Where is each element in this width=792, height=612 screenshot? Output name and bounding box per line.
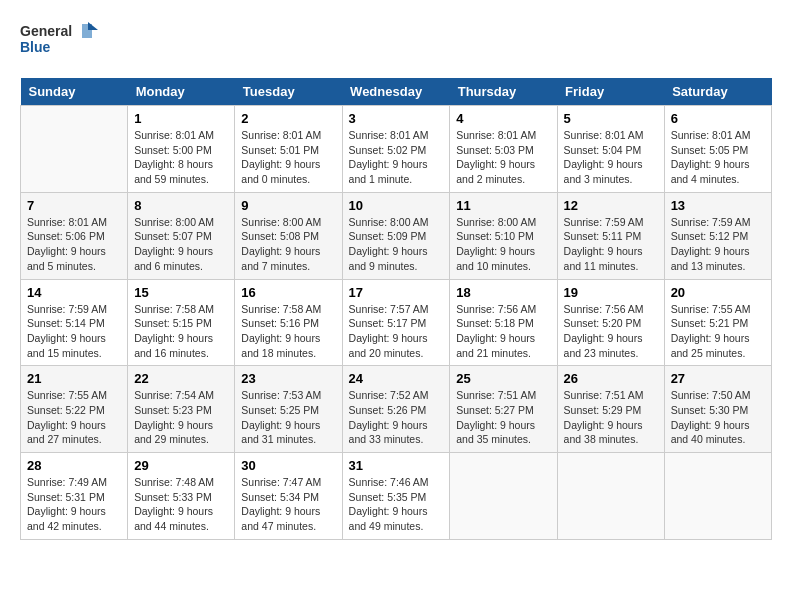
calendar-cell: 7Sunrise: 8:01 AMSunset: 5:06 PMDaylight…	[21, 192, 128, 279]
day-number: 8	[134, 198, 228, 213]
day-info: Sunrise: 7:55 AMSunset: 5:22 PMDaylight:…	[27, 388, 121, 447]
day-info: Sunrise: 8:01 AMSunset: 5:01 PMDaylight:…	[241, 128, 335, 187]
calendar-cell: 24Sunrise: 7:52 AMSunset: 5:26 PMDayligh…	[342, 366, 450, 453]
day-number: 7	[27, 198, 121, 213]
day-info: Sunrise: 7:51 AMSunset: 5:27 PMDaylight:…	[456, 388, 550, 447]
day-number: 27	[671, 371, 765, 386]
day-info: Sunrise: 7:51 AMSunset: 5:29 PMDaylight:…	[564, 388, 658, 447]
calendar-cell: 31Sunrise: 7:46 AMSunset: 5:35 PMDayligh…	[342, 453, 450, 540]
calendar-cell: 27Sunrise: 7:50 AMSunset: 5:30 PMDayligh…	[664, 366, 771, 453]
week-row-4: 28Sunrise: 7:49 AMSunset: 5:31 PMDayligh…	[21, 453, 772, 540]
calendar-cell: 28Sunrise: 7:49 AMSunset: 5:31 PMDayligh…	[21, 453, 128, 540]
header-day-friday: Friday	[557, 78, 664, 106]
calendar-cell: 6Sunrise: 8:01 AMSunset: 5:05 PMDaylight…	[664, 106, 771, 193]
day-info: Sunrise: 7:56 AMSunset: 5:20 PMDaylight:…	[564, 302, 658, 361]
day-number: 15	[134, 285, 228, 300]
day-info: Sunrise: 7:59 AMSunset: 5:11 PMDaylight:…	[564, 215, 658, 274]
calendar-cell: 4Sunrise: 8:01 AMSunset: 5:03 PMDaylight…	[450, 106, 557, 193]
day-info: Sunrise: 8:00 AMSunset: 5:08 PMDaylight:…	[241, 215, 335, 274]
calendar-cell	[450, 453, 557, 540]
calendar-cell: 10Sunrise: 8:00 AMSunset: 5:09 PMDayligh…	[342, 192, 450, 279]
day-info: Sunrise: 8:01 AMSunset: 5:04 PMDaylight:…	[564, 128, 658, 187]
calendar-cell: 2Sunrise: 8:01 AMSunset: 5:01 PMDaylight…	[235, 106, 342, 193]
day-info: Sunrise: 8:01 AMSunset: 5:00 PMDaylight:…	[134, 128, 228, 187]
day-info: Sunrise: 7:58 AMSunset: 5:15 PMDaylight:…	[134, 302, 228, 361]
calendar-cell: 14Sunrise: 7:59 AMSunset: 5:14 PMDayligh…	[21, 279, 128, 366]
day-number: 29	[134, 458, 228, 473]
day-number: 5	[564, 111, 658, 126]
svg-marker-3	[88, 22, 98, 30]
day-info: Sunrise: 8:00 AMSunset: 5:09 PMDaylight:…	[349, 215, 444, 274]
day-info: Sunrise: 7:47 AMSunset: 5:34 PMDaylight:…	[241, 475, 335, 534]
calendar-cell: 11Sunrise: 8:00 AMSunset: 5:10 PMDayligh…	[450, 192, 557, 279]
header-day-saturday: Saturday	[664, 78, 771, 106]
day-info: Sunrise: 7:56 AMSunset: 5:18 PMDaylight:…	[456, 302, 550, 361]
day-number: 30	[241, 458, 335, 473]
day-info: Sunrise: 7:59 AMSunset: 5:12 PMDaylight:…	[671, 215, 765, 274]
calendar-cell	[21, 106, 128, 193]
day-info: Sunrise: 7:48 AMSunset: 5:33 PMDaylight:…	[134, 475, 228, 534]
calendar-cell: 3Sunrise: 8:01 AMSunset: 5:02 PMDaylight…	[342, 106, 450, 193]
day-number: 26	[564, 371, 658, 386]
calendar-cell: 12Sunrise: 7:59 AMSunset: 5:11 PMDayligh…	[557, 192, 664, 279]
header-day-tuesday: Tuesday	[235, 78, 342, 106]
day-number: 28	[27, 458, 121, 473]
week-row-2: 14Sunrise: 7:59 AMSunset: 5:14 PMDayligh…	[21, 279, 772, 366]
day-info: Sunrise: 7:57 AMSunset: 5:17 PMDaylight:…	[349, 302, 444, 361]
calendar-body: 1Sunrise: 8:01 AMSunset: 5:00 PMDaylight…	[21, 106, 772, 540]
calendar-table: SundayMondayTuesdayWednesdayThursdayFrid…	[20, 78, 772, 540]
day-number: 12	[564, 198, 658, 213]
day-info: Sunrise: 7:54 AMSunset: 5:23 PMDaylight:…	[134, 388, 228, 447]
calendar-header: SundayMondayTuesdayWednesdayThursdayFrid…	[21, 78, 772, 106]
day-number: 23	[241, 371, 335, 386]
day-number: 14	[27, 285, 121, 300]
day-number: 17	[349, 285, 444, 300]
day-number: 13	[671, 198, 765, 213]
day-number: 6	[671, 111, 765, 126]
day-number: 31	[349, 458, 444, 473]
calendar-cell: 29Sunrise: 7:48 AMSunset: 5:33 PMDayligh…	[128, 453, 235, 540]
day-number: 18	[456, 285, 550, 300]
calendar-cell: 15Sunrise: 7:58 AMSunset: 5:15 PMDayligh…	[128, 279, 235, 366]
calendar-cell: 23Sunrise: 7:53 AMSunset: 5:25 PMDayligh…	[235, 366, 342, 453]
day-number: 9	[241, 198, 335, 213]
day-number: 24	[349, 371, 444, 386]
calendar-cell: 13Sunrise: 7:59 AMSunset: 5:12 PMDayligh…	[664, 192, 771, 279]
calendar-cell: 25Sunrise: 7:51 AMSunset: 5:27 PMDayligh…	[450, 366, 557, 453]
calendar-cell: 20Sunrise: 7:55 AMSunset: 5:21 PMDayligh…	[664, 279, 771, 366]
day-number: 3	[349, 111, 444, 126]
day-info: Sunrise: 8:01 AMSunset: 5:06 PMDaylight:…	[27, 215, 121, 274]
calendar-cell: 26Sunrise: 7:51 AMSunset: 5:29 PMDayligh…	[557, 366, 664, 453]
day-info: Sunrise: 8:00 AMSunset: 5:07 PMDaylight:…	[134, 215, 228, 274]
calendar-cell: 17Sunrise: 7:57 AMSunset: 5:17 PMDayligh…	[342, 279, 450, 366]
day-number: 11	[456, 198, 550, 213]
day-info: Sunrise: 7:50 AMSunset: 5:30 PMDaylight:…	[671, 388, 765, 447]
day-info: Sunrise: 7:55 AMSunset: 5:21 PMDaylight:…	[671, 302, 765, 361]
header-day-monday: Monday	[128, 78, 235, 106]
day-info: Sunrise: 8:00 AMSunset: 5:10 PMDaylight:…	[456, 215, 550, 274]
day-number: 10	[349, 198, 444, 213]
svg-text:Blue: Blue	[20, 39, 51, 55]
day-info: Sunrise: 7:49 AMSunset: 5:31 PMDaylight:…	[27, 475, 121, 534]
day-info: Sunrise: 7:58 AMSunset: 5:16 PMDaylight:…	[241, 302, 335, 361]
calendar-cell: 9Sunrise: 8:00 AMSunset: 5:08 PMDaylight…	[235, 192, 342, 279]
day-number: 2	[241, 111, 335, 126]
day-number: 1	[134, 111, 228, 126]
day-number: 25	[456, 371, 550, 386]
page-header: General Blue	[20, 20, 772, 62]
header-day-sunday: Sunday	[21, 78, 128, 106]
day-info: Sunrise: 7:52 AMSunset: 5:26 PMDaylight:…	[349, 388, 444, 447]
day-info: Sunrise: 7:59 AMSunset: 5:14 PMDaylight:…	[27, 302, 121, 361]
day-info: Sunrise: 7:53 AMSunset: 5:25 PMDaylight:…	[241, 388, 335, 447]
day-number: 20	[671, 285, 765, 300]
day-number: 21	[27, 371, 121, 386]
logo-svg: General Blue	[20, 20, 100, 62]
day-number: 4	[456, 111, 550, 126]
calendar-cell: 22Sunrise: 7:54 AMSunset: 5:23 PMDayligh…	[128, 366, 235, 453]
calendar-cell: 19Sunrise: 7:56 AMSunset: 5:20 PMDayligh…	[557, 279, 664, 366]
day-number: 16	[241, 285, 335, 300]
week-row-0: 1Sunrise: 8:01 AMSunset: 5:00 PMDaylight…	[21, 106, 772, 193]
logo: General Blue	[20, 20, 100, 62]
calendar-cell	[664, 453, 771, 540]
day-info: Sunrise: 8:01 AMSunset: 5:02 PMDaylight:…	[349, 128, 444, 187]
